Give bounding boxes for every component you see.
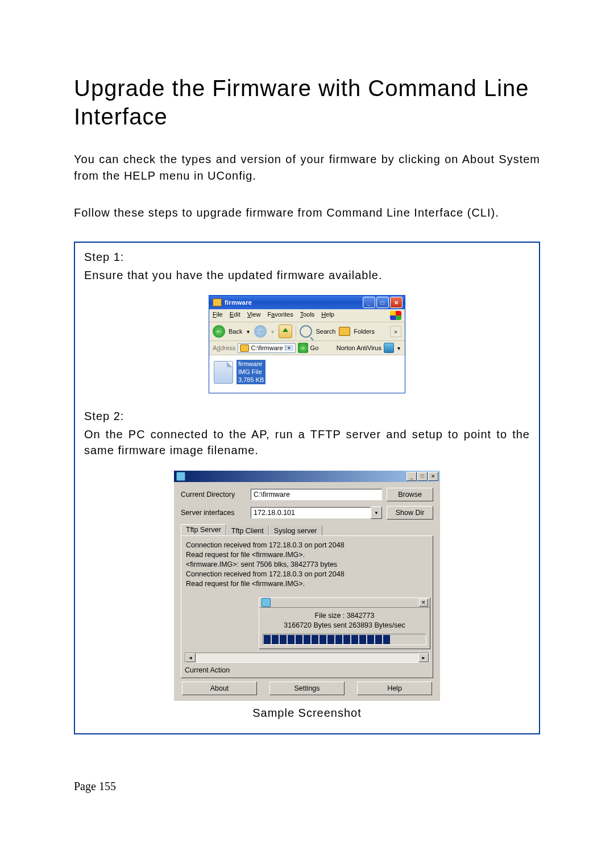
steps-box: Step 1: Ensure that you have the updated… [74,242,540,734]
up-button[interactable] [279,325,292,338]
go-label[interactable]: Go [310,344,319,351]
page: Upgrade the Firmware with Command Line I… [0,0,614,827]
explorer-addressbar: Address C:\firmware ▾ → Go Norton AntiVi… [209,341,405,355]
intro-para-2: Follow these steps to upgrade firmware f… [74,205,540,221]
back-button[interactable]: ← [213,325,225,338]
back-label[interactable]: Back [229,328,242,335]
go-button[interactable]: → [298,343,308,353]
explorer-titlebar: firmware _ □ ✕ [209,296,405,309]
page-title: Upgrade the Firmware with Command Line I… [74,74,540,131]
address-value: C:\firmware [251,344,283,351]
address-field[interactable]: C:\firmware ▾ [238,343,295,353]
img-file-icon [214,361,233,384]
folders-icon[interactable] [339,327,350,336]
log-scrollbar[interactable]: ◄ ► [185,653,429,663]
app-icon [176,472,185,481]
filesize-text: File size : 3842773 [263,611,426,621]
explorer-content: firmware IMG File 3,785 KB [209,355,405,393]
popup-close-button[interactable]: ✕ [419,599,428,607]
dir-input[interactable] [251,489,382,500]
scroll-right-icon[interactable]: ► [418,653,429,662]
tab-syslog-server[interactable]: Syslog server [269,525,322,537]
toolbar-overflow-button[interactable]: » [390,326,401,337]
list-item[interactable]: firmware IMG File 3,785 KB [214,360,400,384]
app-icon [262,598,271,607]
progress-bar [263,634,426,645]
settings-button[interactable]: Settings [269,682,345,695]
menu-tools[interactable]: Tools [300,311,315,320]
address-label: Address [213,344,235,351]
folders-label[interactable]: Folders [354,328,375,335]
if-dropdown-icon[interactable]: ▼ [371,506,382,519]
folder-icon [240,344,249,352]
antivirus-icon[interactable] [384,343,394,353]
tftp-tabs: Tftp Server Tftp Client Syslog server [181,524,433,535]
bytes-text: 3166720 Bytes sent 263893 Bytes/sec [263,621,426,630]
file-label: firmware IMG File 3,785 KB [237,360,265,384]
search-label[interactable]: Search [316,328,335,335]
browse-button[interactable]: Browse [387,488,433,501]
if-label: Server interfaces [181,509,246,517]
menu-edit[interactable]: Edit [230,311,240,320]
back-menu-chev-icon[interactable]: ▾ [246,329,251,335]
address-dropdown-icon[interactable]: ▾ [285,345,293,351]
step1-label: Step 1: [84,251,530,264]
menu-view[interactable]: View [247,311,261,320]
minimize-button[interactable]: _ [363,297,375,308]
search-icon[interactable] [300,325,312,338]
if-select[interactable] [251,507,376,518]
menu-help[interactable]: Help [321,311,334,320]
intro-para-1: You can check the types and version of y… [74,151,540,184]
fwd-menu-chev-icon: ▾ [270,329,275,335]
step2-label: Step 2: [84,410,530,423]
tab-tftp-server[interactable]: Tftp Server [181,524,226,535]
scroll-left-icon[interactable]: ◄ [185,653,196,662]
step2-text: On the PC connected to the AP, run a TFT… [84,426,530,458]
explorer-window: firmware _ □ ✕ File Edit View Favorites … [209,296,405,393]
transfer-popup: ✕ File size : 3842773 3166720 Bytes sent… [259,597,430,649]
windows-logo-icon [390,311,401,320]
help-button[interactable]: Help [357,682,432,695]
forward-button[interactable]: → [254,325,267,338]
page-number: Page 155 [74,780,540,793]
about-button[interactable]: About [182,682,257,695]
folder-icon [213,298,222,306]
tftp-panel: Connection received from 172.18.0.3 on p… [181,535,433,678]
close-button[interactable]: ✕ [428,472,438,481]
menu-favorites[interactable]: Favorites [267,311,293,320]
minimize-button[interactable]: _ [406,472,417,481]
screenshot-caption: Sample Screenshot [84,707,530,720]
maximize-button[interactable]: □ [376,297,389,308]
explorer-toolbar: ← Back ▾ → ▾ Search Folders » [209,322,405,341]
explorer-menubar: File Edit View Favorites Tools Help [209,309,405,322]
explorer-title: firmware [225,299,363,306]
maximize-button[interactable]: □ [417,472,428,481]
tftp-log: Connection received from 172.18.0.3 on p… [185,539,429,592]
showdir-button[interactable]: Show Dir [387,506,433,520]
menu-file[interactable]: File [213,311,223,320]
tab-tftp-client[interactable]: Tftp Client [226,525,269,537]
step1-text: Ensure that you have the updated firmwar… [84,267,530,283]
av-menu-chev-icon[interactable]: ▾ [396,345,401,351]
dir-label: Current Directory [181,491,246,499]
tftp-titlebar: _ □ ✕ [174,471,440,482]
close-button[interactable]: ✕ [390,297,403,308]
current-action-label: Current Action [185,666,429,674]
tftp-window: _ □ ✕ Current Directory Browse Server in… [174,471,440,701]
av-label[interactable]: Norton AntiVirus [337,344,381,351]
